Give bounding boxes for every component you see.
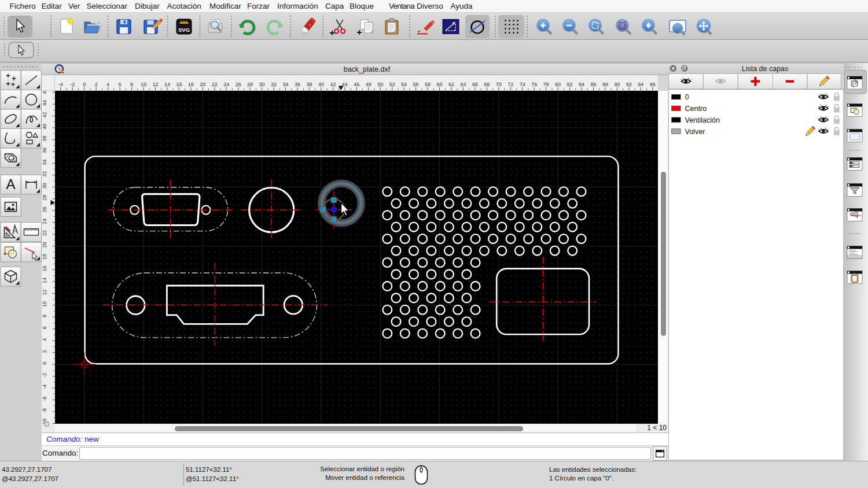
svg-text:90: 90 (614, 82, 620, 87)
svg-text:8: 8 (42, 315, 47, 317)
svg-text:0: 0 (83, 82, 86, 87)
svg-text:56: 56 (413, 82, 419, 87)
svg-text:30: 30 (259, 82, 265, 87)
svg-text:A: A (6, 176, 15, 192)
svg-text:94: 94 (638, 82, 643, 87)
svg-text:Ventilación: Ventilación (685, 116, 720, 124)
svg-text:26: 26 (236, 82, 241, 87)
svg-text:14: 14 (42, 278, 47, 283)
svg-text:16: 16 (42, 265, 47, 271)
svg-text:20: 20 (42, 242, 47, 248)
svg-text:SVG: SVG (178, 27, 190, 33)
svg-text:24: 24 (42, 219, 47, 224)
svg-text:86: 86 (590, 82, 596, 87)
svg-text:88: 88 (602, 82, 608, 87)
svg-text:44: 44 (42, 100, 47, 106)
svg-text:38: 38 (306, 82, 312, 87)
svg-text:Lista de capas: Lista de capas (742, 65, 789, 73)
svg-text:16: 16 (176, 82, 182, 87)
svg-text:-8: -8 (42, 408, 47, 413)
svg-text:-6: -6 (42, 397, 47, 401)
svg-text:28: 28 (247, 82, 253, 87)
svg-text:Centro: Centro (685, 105, 707, 113)
svg-text:76: 76 (531, 82, 537, 87)
svg-text:50: 50 (377, 82, 383, 87)
svg-text:48: 48 (366, 82, 372, 87)
svg-text:40: 40 (318, 82, 324, 87)
svg-text:12: 12 (42, 289, 47, 295)
svg-text:4: 4 (42, 338, 47, 341)
svg-text:12: 12 (152, 82, 158, 87)
svg-text:34: 34 (42, 159, 47, 165)
svg-text:92: 92 (626, 82, 632, 87)
svg-text:2: 2 (42, 350, 47, 353)
svg-text:68: 68 (484, 82, 490, 87)
svg-text:24: 24 (223, 82, 229, 87)
svg-text:28: 28 (42, 195, 47, 201)
svg-text:38: 38 (42, 135, 47, 141)
svg-text:back_plate.dxf: back_plate.dxf (344, 65, 391, 73)
svg-text:36: 36 (42, 147, 47, 153)
svg-text:82: 82 (567, 82, 573, 87)
svg-text:52: 52 (389, 82, 395, 87)
svg-text:Volver: Volver (685, 128, 705, 136)
svg-text:54: 54 (401, 82, 407, 87)
svg-text:-2: -2 (42, 373, 47, 378)
svg-text:70: 70 (496, 82, 502, 87)
svg-text:22: 22 (212, 82, 218, 87)
svg-text:0: 0 (42, 362, 47, 365)
svg-text:32: 32 (271, 82, 277, 87)
svg-text:22: 22 (42, 230, 47, 236)
svg-text:-4: -4 (58, 82, 63, 87)
svg-text:18: 18 (188, 82, 194, 87)
svg-text:34: 34 (282, 82, 288, 87)
svg-text:40: 40 (42, 124, 47, 130)
svg-text:36: 36 (295, 82, 300, 87)
svg-text:78: 78 (543, 82, 549, 87)
svg-text:96: 96 (650, 82, 656, 87)
svg-text:0: 0 (685, 93, 689, 101)
svg-text:30: 30 (42, 183, 47, 188)
svg-text:62: 62 (448, 82, 454, 87)
svg-text:64: 64 (460, 82, 466, 87)
svg-text:46: 46 (354, 82, 359, 87)
svg-text:20: 20 (200, 82, 205, 87)
svg-text:6: 6 (119, 82, 122, 87)
svg-text:-4: -4 (42, 385, 47, 389)
svg-text:42: 42 (330, 82, 336, 87)
svg-text:74: 74 (520, 82, 525, 87)
svg-text:6: 6 (42, 326, 47, 329)
svg-text:66: 66 (472, 82, 478, 87)
svg-text:26: 26 (42, 206, 47, 212)
svg-text:80: 80 (555, 82, 561, 87)
svg-text:10: 10 (42, 301, 47, 307)
svg-text:84: 84 (579, 82, 584, 87)
svg-text:10: 10 (141, 82, 146, 87)
svg-text:42: 42 (42, 112, 47, 117)
svg-text:72: 72 (507, 82, 513, 87)
svg-text:2: 2 (95, 82, 98, 87)
svg-text:32: 32 (42, 171, 47, 177)
svg-text:60: 60 (436, 82, 442, 87)
svg-text:-2: -2 (70, 82, 75, 87)
svg-text:14: 14 (164, 82, 170, 87)
svg-text:8: 8 (130, 82, 133, 87)
svg-text:18: 18 (42, 254, 47, 260)
svg-text:4: 4 (106, 82, 109, 87)
svg-text:58: 58 (425, 82, 431, 87)
svg-text:46: 46 (42, 91, 47, 94)
